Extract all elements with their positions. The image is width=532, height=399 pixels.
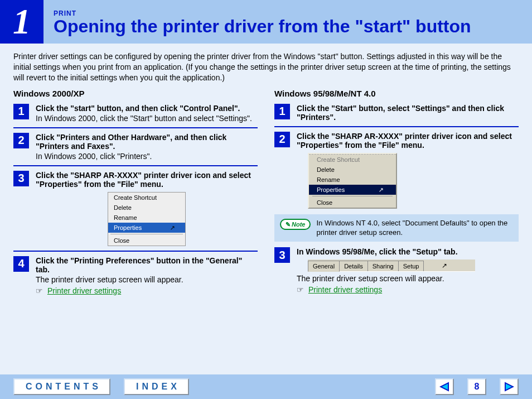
footer-nav: CONTENTS INDEX 8: [0, 374, 532, 399]
menu-item: Delete: [309, 165, 396, 175]
right-heading: Windows 95/98/Me/NT 4.0: [274, 89, 519, 98]
index-button[interactable]: INDEX: [124, 378, 189, 395]
right-step-1: 1 Click the "Start" button, select "Sett…: [274, 104, 519, 127]
step-number-badge: 1: [13, 104, 29, 119]
left-step-4-title: Click the "Printing Preferences" button …: [36, 256, 242, 274]
page-title: Opening the printer driver from the "sta…: [54, 17, 522, 36]
menu-item: Create Shortcut: [108, 193, 185, 203]
left-heading: Windows 2000/XP: [13, 89, 258, 98]
prev-page-button[interactable]: [435, 378, 454, 395]
tab: Sharing: [367, 261, 399, 271]
tab: Setup: [398, 261, 424, 271]
right-step-3: 3 In Windows 95/98/Me, click the "Setup"…: [274, 247, 519, 294]
header-banner: 1 PRINT Opening the printer driver from …: [0, 0, 532, 44]
left-step-1-title: Click the "start" button, and then click…: [36, 104, 240, 113]
pointer-icon: ☞: [36, 286, 43, 295]
header-text: PRINT Opening the printer driver from th…: [43, 0, 532, 44]
left-step-1-sub: In Windows 2000, click the "Start" butto…: [36, 114, 258, 123]
right-step-1-title: Click the "Start" button, select "Settin…: [297, 104, 504, 122]
step-number-badge: 3: [274, 247, 290, 263]
step-number-badge: 2: [13, 133, 29, 148]
step-number-badge: 4: [13, 256, 29, 272]
context-menu-mock: Create Shortcut Delete Rename Properties…: [308, 153, 397, 209]
menu-item-selected: Properties: [309, 185, 396, 195]
right-step-2: 2 Click the "SHARP AR-XXXX" printer driv…: [274, 132, 519, 209]
chapter-step-badge: 1: [0, 0, 43, 44]
left-step-3-title: Click the "SHARP AR-XXXX" printer driver…: [36, 171, 251, 189]
page-number: 8: [467, 378, 486, 395]
triangle-left-icon: [439, 382, 449, 392]
menu-item-selected: Properties: [108, 223, 185, 233]
menu-item: Rename: [309, 175, 396, 185]
intro-paragraph: Printer driver settings can be configure…: [0, 44, 532, 89]
right-column: Windows 95/98/Me/NT 4.0 1 Click the "Sta…: [274, 89, 519, 300]
menu-item: Close: [108, 235, 185, 246]
tab: General: [308, 261, 340, 272]
left-step-2-title: Click "Printers and Other Hardware", and…: [36, 133, 226, 151]
menu-item: Close: [309, 198, 396, 208]
step-number-badge: 2: [274, 132, 290, 147]
note-icon: Note: [280, 219, 311, 230]
pointer-icon: ☞: [297, 285, 304, 294]
tab-strip-mock: General Details Sharing Setup: [308, 259, 475, 272]
left-step-2-sub: In Windows 2000, click "Printers".: [36, 152, 258, 161]
next-page-button[interactable]: [500, 378, 519, 395]
right-step-2-title: Click the "SHARP AR-XXXX" printer driver…: [297, 132, 512, 150]
right-step-3-sub: The printer driver setup screen will app…: [297, 274, 519, 283]
menu-item: Create Shortcut: [309, 154, 396, 165]
tab: Details: [339, 261, 368, 271]
svg-marker-1: [505, 383, 513, 391]
printer-driver-settings-link[interactable]: Printer driver settings: [308, 285, 382, 294]
menu-item: Delete: [108, 203, 185, 213]
left-step-4-sub: The printer driver setup screen will app…: [36, 275, 258, 284]
left-column: Windows 2000/XP 1 Click the "start" butt…: [13, 89, 258, 300]
left-step-3: 3 Click the "SHARP AR-XXXX" printer driv…: [13, 171, 258, 252]
context-menu-mock: Create Shortcut Delete Rename Properties…: [108, 192, 186, 246]
left-step-4: 4 Click the "Printing Preferences" butto…: [13, 256, 258, 295]
left-step-2: 2 Click "Printers and Other Hardware", a…: [13, 133, 258, 166]
step-number-badge: 3: [13, 171, 29, 186]
step-number-badge: 1: [274, 104, 290, 119]
note-text: In Windows NT 4.0, select "Document Defa…: [316, 219, 513, 238]
right-step-3-title: In Windows 95/98/Me, click the "Setup" t…: [297, 247, 458, 256]
left-step-1: 1 Click the "start" button, and then cli…: [13, 104, 258, 128]
contents-button[interactable]: CONTENTS: [13, 378, 110, 395]
printer-driver-settings-link[interactable]: Printer driver settings: [47, 286, 121, 295]
note-box: Note In Windows NT 4.0, select "Document…: [274, 214, 519, 242]
triangle-right-icon: [504, 382, 514, 392]
menu-item: Rename: [108, 213, 185, 223]
svg-marker-0: [441, 383, 448, 391]
